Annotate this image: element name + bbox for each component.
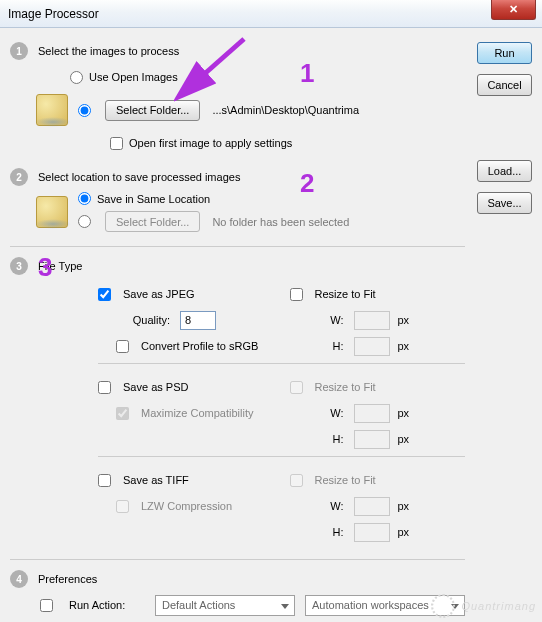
select-folder-button-1[interactable]: Select Folder... <box>105 100 200 121</box>
run-action-label: Run Action: <box>69 599 145 611</box>
watermark: Quantrimang <box>431 594 536 618</box>
psd-h-label: H: <box>290 433 344 445</box>
save-as-tiff-checkbox[interactable] <box>98 474 111 487</box>
window-title: Image Processor <box>8 7 99 21</box>
source-path-text: ...s\Admin\Desktop\Quantrima <box>212 104 359 116</box>
no-folder-text: No folder has been selected <box>212 216 349 228</box>
lzw-label: LZW Compression <box>141 500 232 512</box>
quality-label: Quality: <box>116 314 170 326</box>
divider <box>10 246 465 247</box>
folder-icon <box>36 196 68 228</box>
tiff-resize-label: Resize to Fit <box>315 474 376 486</box>
jpeg-height-input <box>354 337 390 356</box>
lzw-checkbox <box>116 500 129 513</box>
section-select-images: 1 Select the images to process Use Open … <box>10 42 465 154</box>
save-same-location-radio[interactable] <box>78 192 91 205</box>
px-label: px <box>398 433 410 445</box>
save-as-jpeg-label: Save as JPEG <box>123 288 195 300</box>
psd-height-input <box>354 430 390 449</box>
divider <box>10 559 465 560</box>
jpeg-w-label: W: <box>290 314 344 326</box>
quality-input[interactable] <box>180 311 216 330</box>
step-badge-2: 2 <box>10 168 28 186</box>
run-action-checkbox[interactable] <box>40 599 53 612</box>
section-4-title: Preferences <box>38 573 97 585</box>
jpeg-h-label: H: <box>290 340 344 352</box>
watermark-icon <box>431 594 455 618</box>
step-badge-4: 4 <box>10 570 28 588</box>
use-open-images-radio[interactable] <box>70 71 83 84</box>
save-as-tiff-label: Save as TIFF <box>123 474 189 486</box>
save-as-jpeg-checkbox[interactable] <box>98 288 111 301</box>
tiff-width-input <box>354 497 390 516</box>
tiff-w-label: W: <box>290 500 344 512</box>
max-compat-label: Maximize Compatibility <box>141 407 253 419</box>
jpeg-resize-checkbox[interactable] <box>290 288 303 301</box>
open-first-image-label: Open first image to apply settings <box>129 137 292 149</box>
annotation-2: 2 <box>300 168 314 199</box>
run-button[interactable]: Run <box>477 42 532 64</box>
annotation-3: 3 <box>38 252 52 283</box>
save-button[interactable]: Save... <box>477 192 532 214</box>
convert-srgb-checkbox[interactable] <box>116 340 129 353</box>
step-badge-1: 1 <box>10 42 28 60</box>
step-badge-3: 3 <box>10 257 28 275</box>
select-folder-radio[interactable] <box>78 104 91 117</box>
section-file-type: 3 File Type Save as JPEG Resize to Fit Q… <box>10 257 465 545</box>
close-icon: ✕ <box>509 3 518 16</box>
folder-icon <box>36 94 68 126</box>
psd-resize-label: Resize to Fit <box>315 381 376 393</box>
cancel-button[interactable]: Cancel <box>477 74 532 96</box>
save-as-psd-label: Save as PSD <box>123 381 188 393</box>
px-label: px <box>398 314 410 326</box>
psd-w-label: W: <box>290 407 344 419</box>
jpeg-width-input <box>354 311 390 330</box>
save-as-psd-checkbox[interactable] <box>98 381 111 394</box>
tiff-h-label: H: <box>290 526 344 538</box>
px-label: px <box>398 340 410 352</box>
section-preferences: 4 Preferences Run Action: Default Action… <box>10 570 465 622</box>
psd-width-input <box>354 404 390 423</box>
load-button[interactable]: Load... <box>477 160 532 182</box>
open-first-image-checkbox[interactable] <box>110 137 123 150</box>
divider <box>98 456 465 457</box>
px-label: px <box>398 407 410 419</box>
select-folder-button-2: Select Folder... <box>105 211 200 232</box>
convert-srgb-label: Convert Profile to sRGB <box>141 340 258 352</box>
section-save-location: 2 Select location to save processed imag… <box>10 168 465 232</box>
use-open-images-label: Use Open Images <box>89 71 178 83</box>
tiff-resize-checkbox <box>290 474 303 487</box>
jpeg-resize-label: Resize to Fit <box>315 288 376 300</box>
section-2-title: Select location to save processed images <box>38 171 240 183</box>
section-1-title: Select the images to process <box>38 45 179 57</box>
divider <box>98 363 465 364</box>
px-label: px <box>398 526 410 538</box>
close-button[interactable]: ✕ <box>491 0 536 20</box>
titlebar: Image Processor ✕ <box>0 0 542 28</box>
save-same-location-label: Save in Same Location <box>97 193 210 205</box>
action-set-select[interactable]: Default Actions <box>155 595 295 616</box>
save-select-folder-radio[interactable] <box>78 215 91 228</box>
max-compat-checkbox <box>116 407 129 420</box>
psd-resize-checkbox <box>290 381 303 394</box>
px-label: px <box>398 500 410 512</box>
tiff-height-input <box>354 523 390 542</box>
annotation-1: 1 <box>300 58 314 89</box>
